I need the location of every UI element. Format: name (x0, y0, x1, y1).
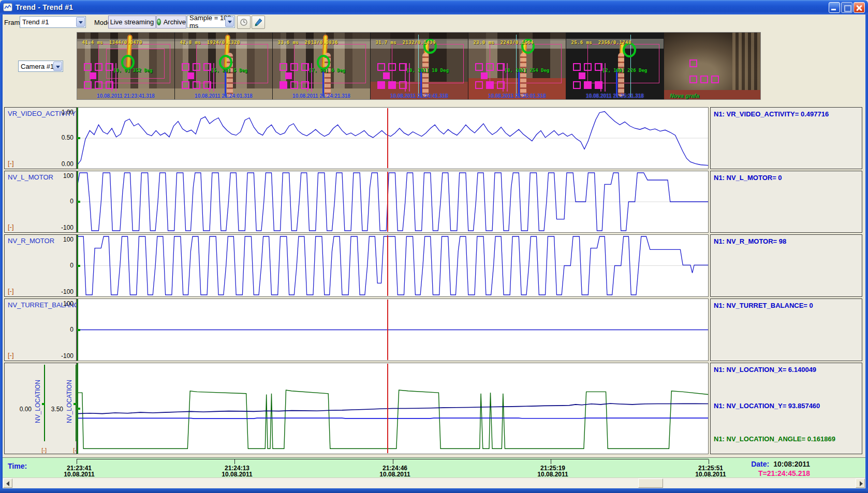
y-tick-min: -100 (61, 288, 73, 295)
frame-stats: 31.7 ms 2132/0.1439 (375, 40, 467, 45)
camera-frame-thumbnail[interactable]: 23.0 ms 2243/0.1564 [0, 102] 254 Deg 10.… (468, 33, 566, 99)
frame-select[interactable]: Trend #1 (20, 16, 86, 28)
channel-panel: 0.00 NV_LOCATION [-] 3.50 NV_LOCATION [-… (4, 363, 77, 454)
frame-heading: [7, 90] 6 Deg (309, 68, 345, 73)
time-label: Time: (8, 462, 27, 470)
channel-panel: NV_TURRET_BALANCE 100 0 -100 [-] (4, 298, 77, 361)
readout-panel: N1: VR_VIDEO_ACTIVITY= 0.497716 (710, 107, 862, 169)
date-label: Date: (751, 460, 769, 468)
frame-timestamp: 10.08.2011 21:25:21.318 (566, 93, 664, 99)
y-tick-min: -100 (61, 224, 73, 231)
scroll-right-button[interactable] (856, 479, 865, 488)
chevron-down-icon[interactable] (76, 17, 85, 27)
collapse-button[interactable]: [-] (8, 223, 14, 231)
plot-area[interactable] (77, 234, 709, 297)
location-axis-1: 0.00 NV_LOCATION [-] (12, 363, 45, 454)
scroll-left-button[interactable] (3, 479, 12, 488)
frame-heading: [0, 0] 352 Deg (113, 68, 153, 73)
window-title: Trend - Trend #1 (16, 3, 73, 11)
live-streaming-button[interactable]: Live streaming (108, 16, 156, 28)
camera-frame-thumbnail[interactable]: Nova grafa (664, 33, 761, 99)
camera-select-value: Camera #1 (21, 63, 54, 70)
readout-panel: N1: NV_LOCATION_X= 6.140049 N1: NV_LOCAT… (710, 363, 862, 454)
frame-heading: [2, 109] 226 Deg (602, 68, 648, 73)
camera-frame-thumbnail[interactable]: 41.4 ms 1344/0.0479 [0, 0] 352 Deg 10.08… (77, 33, 174, 99)
pen-icon (254, 18, 262, 26)
camera-frame-thumbnail[interactable]: 25.6 ms 2356/0.1748 [2, 109] 226 Deg 10.… (566, 33, 664, 99)
collapse-button[interactable]: [-] (8, 351, 14, 359)
axis-label: NV_LOCATION (66, 369, 73, 434)
plot-area[interactable] (77, 298, 709, 361)
time-cursor[interactable] (387, 108, 388, 168)
clock-icon (240, 18, 248, 26)
y-tick-mid: 0.50 (62, 134, 73, 141)
edit-button[interactable] (252, 16, 265, 29)
y-tick: 3.50 (51, 406, 63, 413)
minimize-button[interactable] (829, 2, 840, 13)
trend-row-vr-video-activity: VR_VIDEO_ACTIVITY 1.00 0.50 0.00 [-] N1:… (0, 107, 868, 169)
title-bar[interactable]: Trend - Trend #1 (0, 0, 868, 14)
trend-row-nv-r-motor: NV_R_MOTOR 100 0 -100 [-] N1: NV_R_MOTOR… (0, 234, 868, 297)
window-border (0, 488, 868, 493)
channel-label: NV_R_MOTOR (8, 237, 54, 245)
scrollbar-thumb[interactable] (638, 479, 663, 488)
target-ring-icon (317, 55, 330, 70)
refresh-button[interactable] (237, 16, 251, 29)
camera-frame-thumbnail[interactable]: 33.6 ms 2013/0.0836 [7, 90] 6 Deg 10.08.… (273, 33, 370, 99)
date-block: Date:10:08:2011 T=21:24:45.218 (735, 459, 810, 478)
plot-area[interactable] (77, 107, 709, 169)
channel-readout: N1: VR_VIDEO_ACTIVITY= 0.497716 (714, 110, 829, 118)
time-cursor[interactable] (387, 364, 388, 453)
toolbar: Frame: Trend #1 Mode: Live streaming Arc… (3, 14, 865, 31)
y-tick-max: 1.00 (62, 109, 73, 116)
archive-orb-icon (157, 19, 161, 25)
plot-area[interactable] (77, 363, 709, 454)
channel-readout-x: N1: NV_LOCATION_X= 6.140049 (714, 366, 816, 374)
close-button[interactable] (854, 2, 865, 13)
app-icon (3, 3, 12, 11)
y-tick-min: 0.00 (62, 160, 73, 168)
collapse-button[interactable]: [-] (8, 287, 14, 295)
trend-row-nv-turret-balance: NV_TURRET_BALANCE 100 0 -100 [-] N1: NV_… (0, 298, 868, 361)
time-tick: 21:24:46 10.08.2011 (379, 465, 410, 477)
y-tick-max: 100 (63, 236, 73, 243)
collapse-button[interactable]: [-] (8, 159, 14, 167)
archive-button[interactable]: Archive (156, 16, 186, 28)
chevron-down-icon[interactable] (225, 17, 234, 27)
sample-select[interactable]: Sample = 100 ms (187, 16, 235, 28)
frame-heading: [5, 20] 5 Deg (211, 68, 247, 73)
y-tick-max: 100 (63, 172, 73, 180)
time-cursor[interactable] (387, 172, 388, 232)
plot-area[interactable] (77, 171, 709, 233)
frame-stats: 23.0 ms 2243/0.1564 (473, 40, 565, 45)
time-cursor[interactable] (387, 235, 388, 296)
date-value: 10:08:2011 (773, 460, 810, 468)
trend-row-nv-location: 0.00 NV_LOCATION [-] 3.50 NV_LOCATION [-… (0, 363, 868, 454)
frame-timestamp: 10.08.2011 21:24:01.318 (175, 93, 272, 99)
channel-panel: NV_L_MOTOR 100 0 -100 [-] (4, 171, 77, 233)
cursor-time-value: T=21:24:45.218 (758, 469, 810, 477)
maximize-button[interactable] (841, 2, 852, 13)
channel-panel: NV_R_MOTOR 100 0 -100 [-] (4, 234, 77, 297)
channel-label: NV_L_MOTOR (8, 173, 53, 181)
camera-frame-thumbnail[interactable]: 42.8 ms 1924/0.1320 [5, 20] 5 Deg 10.08.… (175, 33, 272, 99)
y-tick-max: 100 (63, 300, 73, 307)
y-axis (77, 363, 78, 454)
live-streaming-label: Live streaming (110, 18, 154, 26)
frame-timestamp: 10.08.2011 21:25:01.318 (468, 93, 566, 99)
archive-label: Archive (164, 18, 186, 26)
horizontal-scrollbar[interactable] (3, 477, 865, 488)
time-tick: 21:25:19 10.08.2011 (537, 465, 568, 477)
time-tick: 21:24:13 10.08.2011 (222, 465, 252, 477)
y-tick: 0.00 (20, 406, 32, 413)
camera-select[interactable]: Camera #1 (18, 61, 63, 72)
frame-caption: Nova grafa (670, 93, 699, 99)
channel-readout: N1: NV_R_MOTOR= 98 (714, 237, 786, 245)
frame-heading: [0, 102] 254 Deg (505, 68, 550, 73)
camera-frame-thumbnail[interactable]: 31.7 ms 2132/0.1439 [0, 101] 10 Deg 10.0… (371, 33, 468, 99)
location-axis-2: 3.50 NV_LOCATION [-] (43, 363, 77, 454)
time-cursor[interactable] (387, 300, 388, 360)
frame-timestamp: 10.08.2011 21:23:41.318 (77, 93, 174, 99)
chevron-down-icon[interactable] (53, 62, 62, 71)
frame-stats: 42.8 ms 1924/0.1320 (180, 40, 271, 45)
